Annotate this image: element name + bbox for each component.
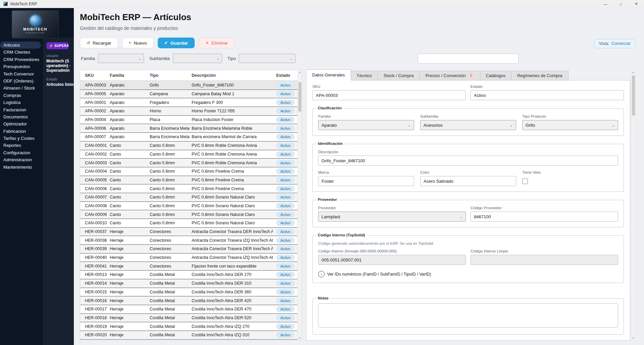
sidebar-item-almacen-stock[interactable]: Almacen / Stock [0, 84, 43, 92]
subfamilia-select[interactable]: Acesorios ⌄ [420, 120, 516, 130]
sidebar-item-documentos[interactable]: Documentos [0, 113, 43, 120]
sidebar-item-tech-conversor[interactable]: Tech Conversor [0, 70, 43, 77]
ver-ids-expander[interactable]: ⌄ Ver IDs numéricos (FamID / SubFamID / … [318, 271, 618, 277]
table-row[interactable]: HER-00015HerrajeCostilla MetalCostilla I… [80, 288, 302, 296]
tab-stock-compra[interactable]: Stock / Compra [378, 71, 420, 80]
estado-label: Estado [46, 77, 74, 81]
table-row[interactable]: APA-00001AparatoFregaderoFregadero F 300… [80, 98, 302, 107]
tab-label: Precios / Conversión [426, 73, 466, 78]
sidebar-item-configuracion[interactable]: Configuracion [0, 149, 43, 156]
delete-button[interactable]: ✕ Eliminar [199, 38, 235, 48]
sidebar-item-optimizador[interactable]: Optimizador [0, 120, 43, 127]
cell-familia: Aparato [108, 134, 148, 139]
col-header-sku[interactable]: SKU [80, 73, 108, 78]
col-header-familia[interactable]: Familia [108, 73, 148, 78]
sku-field[interactable] [312, 90, 466, 100]
tab-regímenes-de-compra[interactable]: Regímenes de Compra [511, 71, 568, 80]
codigo-interno-field[interactable] [318, 255, 466, 265]
table-scrollbar[interactable]: ▲ ▼ [297, 70, 302, 340]
table-row[interactable]: HER-00018HerrajeCostilla MetalCostilla I… [80, 313, 302, 322]
table-row[interactable]: HER-00040HerrajeConectoresAntracita Cone… [80, 253, 302, 262]
sidebar-item-fabricacion[interactable]: Fabricacion [0, 128, 43, 135]
table-row[interactable]: HER-00016HerrajeCostilla MetalCostilla I… [80, 296, 302, 305]
subfamilia-filter-select[interactable]: ⌄ [173, 54, 222, 63]
tab-precios-conversión[interactable]: Precios / Conversión€ [420, 71, 480, 80]
new-button[interactable]: + Nuevo [122, 38, 154, 48]
table-row[interactable]: APA-00005AparatoCampanaCampana Balay Mod… [80, 90, 302, 98]
minimize-button[interactable]: — [598, 0, 613, 8]
tab-catálogos[interactable]: Catálogos [480, 71, 512, 80]
sidebar-item-crm-clientes[interactable]: CRM Clientes [0, 49, 43, 56]
familia-filter-select[interactable]: ⌄ [98, 54, 144, 63]
tab-técnico[interactable]: Técnico [351, 71, 378, 80]
table-row[interactable]: CAN-00006CantoCanto 0.8mmPVC 0.8mm Finel… [80, 184, 302, 193]
familia-select[interactable]: Aparato ⌄ [318, 120, 414, 130]
sidebar-item-administracion[interactable]: Administracion [0, 156, 43, 163]
form-scroll-thumb[interactable] [632, 75, 635, 116]
sidebar-item-logistica[interactable]: Logistica [0, 99, 43, 106]
proveedor-select[interactable]: Lamiplast ⌄ [318, 212, 466, 222]
table-row[interactable]: APA-00004AparatoPlacaPlaca Induction Fos… [80, 115, 302, 124]
scroll-up-icon[interactable]: ▲ [631, 71, 635, 73]
color-field[interactable] [420, 176, 516, 186]
table-row[interactable]: CAN-00002CantoCanto 0.8mmPVC 0.8mm Roble… [80, 150, 302, 159]
reload-button[interactable]: ↺ Recargar [80, 38, 118, 48]
sidebar-item-crm-proveedores[interactable]: CRM Proveedores [0, 56, 43, 63]
table-row[interactable]: HER-00017HerrajeCostilla MetalCostilla I… [80, 305, 302, 313]
sidebar-item-odf-ordenes[interactable]: ODF (Ordenes) [0, 77, 43, 84]
table-row[interactable]: HER-00038HerrajeConectoresAntracita Cone… [80, 236, 302, 244]
table-row[interactable]: APA-00006AparatoBarra Encimera MelaminaB… [80, 124, 302, 132]
scroll-down-icon[interactable]: ▼ [298, 337, 302, 339]
table-row[interactable]: CAN-00007CantoCanto 0.8mmPVC 0.8mm Soran… [80, 193, 302, 202]
save-button[interactable]: ✔ Guardar [158, 38, 195, 48]
table-row[interactable]: CAN-00008CantoCanto 0.8mmPVC 0.8mm Soran… [80, 202, 302, 210]
cell-sku: HER-00020 [80, 333, 108, 337]
estado-field[interactable] [470, 90, 624, 100]
codigo-proveedor-field[interactable] [470, 212, 618, 222]
table-row[interactable]: CAN-00003CantoCanto 0.8mmPVC 0.8mm Roble… [80, 158, 302, 167]
notas-field[interactable] [318, 303, 618, 328]
tiene-veta-checkbox[interactable] [522, 178, 528, 184]
tab-datos-generales[interactable]: Datos Generales [306, 69, 351, 80]
marca-field[interactable] [318, 176, 414, 186]
table-row[interactable]: HER-00013HerrajeCostilla MetalCostilla I… [80, 270, 302, 279]
col-header-descripcion[interactable]: Descripción [190, 73, 273, 78]
sidebar-item-presupuestos[interactable]: Presupuestos [0, 63, 43, 70]
sidebar-item-compras[interactable]: Compras [0, 92, 43, 99]
close-button[interactable]: ✕ [629, 0, 644, 8]
table-scroll-thumb[interactable] [298, 82, 301, 112]
form-scrollbar[interactable]: ▲ ▼ [631, 70, 635, 341]
sidebar-item-tarifas-y-costes[interactable]: Tarifas y Costes [0, 135, 43, 142]
table-row[interactable]: HER-00041HerrajeConectoresFijacion frent… [80, 262, 302, 270]
table-row[interactable]: CAN-00001CantoCanto 0.8mmPVC 0.8mm Roble… [80, 141, 302, 150]
tipo-filter-select[interactable]: ⌄ [239, 54, 295, 63]
sidebar-item-facturacion[interactable]: Facturacion [0, 106, 43, 113]
table-row[interactable]: HER-00020HerrajeCostilla MetalCostilla I… [80, 331, 302, 339]
maximize-button[interactable]: □ [613, 0, 629, 8]
table-row[interactable]: APA-00003AparatoGrifoGrifo_Foster_846710… [80, 81, 302, 90]
tipo-producto-select[interactable]: Grifo ⌄ [522, 120, 618, 130]
table-row[interactable]: CAN-00010CantoCanto 0.8mmPVC 0.8mm Soran… [80, 219, 302, 227]
table-row[interactable]: HER-00039HerrajeConectoresAntracita Cone… [80, 244, 302, 253]
sidebar-item-reportes[interactable]: Reportes [0, 142, 43, 149]
table-row[interactable]: HER-00014HerrajeCostilla MetalCostilla I… [80, 279, 302, 288]
descripcion-field[interactable] [318, 156, 618, 166]
table-row[interactable]: CAN-00005CantoCanto 0.8mmPVC 0.8mm Finel… [80, 176, 302, 184]
sidebar-item-articulos[interactable]: Articulos [0, 42, 41, 49]
cell-estado: Activo [273, 306, 298, 312]
table-row[interactable]: HER-00019HerrajeCostilla MetalCostilla I… [80, 322, 302, 331]
scroll-up-icon[interactable]: ▲ [298, 71, 302, 73]
col-header-tipo[interactable]: Tipo [148, 73, 190, 78]
table-row[interactable]: HER-00021HerrajeCostilla MetalCostilla I… [80, 339, 302, 341]
vista-pill[interactable]: Vista: Comercial [594, 39, 635, 48]
table-row[interactable]: APA-00007AparatoBarra Encimera MelaminaB… [80, 132, 302, 141]
scroll-down-icon[interactable]: ▼ [631, 337, 635, 339]
table-row[interactable]: APA-00002AparatoHornoHorno Foster 7122 0… [80, 107, 302, 115]
col-header-estado[interactable]: Estado [273, 73, 298, 78]
table-row[interactable]: HER-00037HerrajeConectoresAntracita Cone… [80, 227, 302, 236]
table-row[interactable]: CAN-00004CantoCanto 0.8mmPVC 0.8mm Finel… [80, 167, 302, 176]
codigo-limpio-field[interactable] [470, 255, 618, 265]
search-input[interactable] [418, 54, 518, 64]
table-row[interactable]: CAN-00009CantoCanto 0.8mmPVC 0.8mm Soran… [80, 210, 302, 219]
sidebar-item-mantenimiento[interactable]: Mantenimiento [0, 164, 43, 171]
